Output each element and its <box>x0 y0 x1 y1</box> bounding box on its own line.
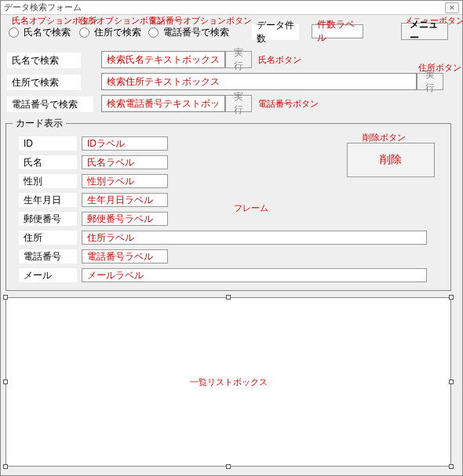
anno-addr-option: 住所オプションボタン <box>79 15 166 27</box>
frame-title: カード表示 <box>13 117 66 130</box>
delete-button[interactable]: 削除 <box>347 143 435 177</box>
search-addr-exec[interactable]: 実行 <box>417 73 443 90</box>
radio-tel-label: 電話番号で検索 <box>163 26 229 39</box>
search-tel-input[interactable] <box>101 95 225 112</box>
card-sex-value: 性別ラベル <box>82 174 168 188</box>
card-frame: カード表示 削除ボタン 削除 フレーム ID IDラベル 氏名 氏名ラベル 性別… <box>5 123 451 291</box>
search-tel-label: 電話番号で検索 <box>7 96 93 112</box>
anno-tel-button: 電話番号ボタン <box>258 98 319 110</box>
handle-icon <box>226 464 231 469</box>
anno-frame: フレーム <box>234 202 268 214</box>
handle-icon <box>3 295 8 300</box>
form-window: データ検索フォーム ✕ 氏名オプションボタン 住所オプションボタン 電話番号オプ… <box>0 0 463 476</box>
search-tel-exec[interactable]: 実行 <box>225 95 252 112</box>
search-name-label: 氏名で検索 <box>7 53 81 68</box>
radio-addr[interactable]: 住所で検索 <box>79 26 141 39</box>
radio-name[interactable]: 氏名で検索 <box>9 26 71 39</box>
card-zip-label: 郵便番号 <box>19 212 77 226</box>
design-surface: 氏名オプションボタン 住所オプションボタン 電話番号オプションボタン メニューボ… <box>1 15 462 475</box>
window-title: データ検索フォーム <box>4 2 82 13</box>
card-mail-label: メール <box>19 268 77 282</box>
handle-icon <box>449 464 454 469</box>
card-mail-value: メールラベル <box>82 268 427 282</box>
card-tel-label: 電話番号 <box>19 249 77 263</box>
count-value: 件数ラベル <box>312 24 363 38</box>
anno-tel-option: 電話番号オプションボタン <box>148 15 252 27</box>
card-tel-value: 電話番号ラベル <box>82 249 168 263</box>
handle-icon <box>3 380 8 384</box>
radio-addr-label: 住所で検索 <box>94 26 141 39</box>
search-name-input[interactable] <box>101 51 225 68</box>
anno-listbox: 一覧リストボックス <box>190 376 268 388</box>
card-birth-label: 生年月日 <box>19 193 77 207</box>
card-addr-label: 住所 <box>19 231 77 245</box>
search-name-exec[interactable]: 実行 <box>225 51 252 68</box>
card-name-value: 氏名ラベル <box>82 155 168 169</box>
anno-delete-button: 削除ボタン <box>363 132 406 144</box>
handle-icon <box>3 464 8 469</box>
card-id-label: ID <box>19 136 77 151</box>
card-id-value: IDラベル <box>82 136 168 151</box>
radio-tel-input[interactable] <box>148 27 159 38</box>
card-name-label: 氏名 <box>19 155 77 169</box>
search-addr-input[interactable] <box>101 73 417 90</box>
card-birth-value: 生年月日ラベル <box>82 193 168 207</box>
count-label: データ件数 <box>252 24 299 40</box>
titlebar: データ検索フォーム ✕ <box>1 1 462 15</box>
card-addr-value: 住所ラベル <box>82 231 427 245</box>
card-sex-label: 性別 <box>19 174 77 188</box>
radio-name-input[interactable] <box>9 27 19 38</box>
search-addr-label: 住所で検索 <box>7 74 81 90</box>
close-icon[interactable]: ✕ <box>445 2 459 13</box>
menu-button[interactable]: メニュー <box>401 23 448 40</box>
handle-icon <box>449 295 454 300</box>
handle-icon <box>226 295 231 300</box>
anno-name-button: 氏名ボタン <box>258 54 301 66</box>
radio-addr-input[interactable] <box>79 27 89 38</box>
radio-name-label: 氏名で検索 <box>24 26 71 39</box>
handle-icon <box>449 380 454 384</box>
listbox[interactable]: 一覧リストボックス <box>5 297 451 467</box>
anno-name-option: 氏名オプションボタン <box>12 15 98 27</box>
card-zip-value: 郵便番号ラベル <box>82 212 168 226</box>
radio-tel[interactable]: 電話番号で検索 <box>148 26 229 39</box>
